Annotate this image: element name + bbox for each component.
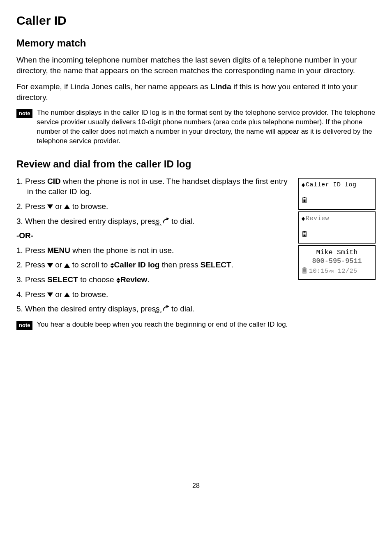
text: 2. Press — [16, 202, 47, 211]
bold-text: CID — [47, 177, 61, 186]
bold-text: SELECT — [47, 275, 78, 284]
section-heading-review-dial: Review and dial from the caller ID log — [16, 158, 376, 171]
page-title: Caller ID — [16, 12, 376, 29]
text: . — [231, 260, 233, 269]
up-arrow-icon — [64, 204, 70, 209]
talk-icon: TALK — [162, 305, 169, 313]
battery-icon — [302, 197, 307, 206]
svg-rect-2 — [304, 199, 306, 200]
text: then press — [159, 260, 200, 269]
text: or — [53, 290, 64, 299]
svg-rect-14 — [304, 272, 306, 272]
battery-icon — [302, 230, 307, 240]
text: or — [53, 202, 64, 211]
bold-text: SELECT — [201, 260, 231, 269]
bold-text: Caller ID log — [114, 260, 160, 269]
text: to dial. — [169, 217, 194, 225]
list-item: 1. Press CID when the phone is not in us… — [16, 176, 291, 197]
text: when the phone is not in use. The handse… — [27, 177, 288, 196]
note-block: note You hear a double beep when you rea… — [16, 320, 291, 330]
svg-rect-6 — [304, 231, 305, 232]
text: to choose — [78, 275, 116, 284]
list-item: 2. Press or to browse. — [16, 201, 291, 212]
lcd-caller-name: Mike Smith — [302, 248, 372, 258]
text: 2. Press — [16, 260, 47, 269]
svg-rect-4 — [304, 201, 306, 202]
list-item: 3. Press SELECT to choose Review. — [16, 274, 291, 285]
lcd-date: 12/25 — [338, 268, 357, 275]
text: or — [53, 260, 64, 269]
instruction-list-b: 1. Press MENU when the phone is not in u… — [16, 245, 291, 314]
note-text: You hear a double beep when you reach th… — [37, 320, 288, 330]
text: For example, if Linda Jones calls, her n… — [16, 82, 210, 91]
talk-icon: TALK — [162, 218, 169, 226]
up-down-icon — [302, 183, 305, 187]
text: to scroll to — [70, 260, 110, 269]
lcd-text: Caller ID log — [306, 181, 357, 189]
text: 3. When the desired entry displays, pres… — [16, 217, 162, 225]
lcd-text: Review — [306, 215, 329, 223]
instruction-list-a: 1. Press CID when the phone is not in us… — [16, 176, 291, 227]
svg-rect-13 — [304, 270, 306, 271]
lcd-screen-caller-id-log: Caller ID log — [298, 178, 376, 210]
text: 1. Press — [16, 246, 47, 255]
text: when the phone is not in use. — [70, 246, 174, 255]
text: to browse. — [70, 202, 108, 211]
list-item: 2. Press or to scroll to Caller ID log t… — [16, 260, 291, 270]
up-down-icon — [302, 217, 305, 221]
svg-rect-8 — [304, 234, 306, 234]
list-item: 5. When the desired entry displays, pres… — [16, 304, 291, 314]
lcd-ampm: PM — [329, 269, 334, 274]
svg-rect-12 — [304, 269, 306, 270]
battery-icon — [302, 267, 307, 276]
text: to browse. — [70, 290, 108, 299]
bold-text: MENU — [47, 246, 70, 255]
bold-text: Review — [120, 275, 147, 284]
note-badge: note — [16, 109, 32, 118]
text: 4. Press — [16, 290, 47, 299]
up-arrow-icon — [64, 292, 70, 297]
up-arrow-icon — [64, 263, 70, 268]
lcd-screen-entry: Mike Smith 800-595-9511 10:15PM 12/25 — [298, 245, 376, 280]
down-arrow-icon — [47, 263, 53, 268]
note-block: note The number displays in the caller I… — [16, 108, 376, 146]
text: 3. Press — [16, 275, 47, 284]
paragraph: When the incoming telephone number match… — [16, 55, 376, 76]
or-separator: -OR- — [16, 230, 291, 241]
svg-rect-9 — [304, 235, 306, 236]
text: to dial. — [169, 304, 194, 313]
lcd-time: 10:15 — [309, 268, 329, 275]
up-down-icon — [110, 263, 114, 268]
svg-rect-1 — [304, 197, 305, 198]
text: 1. Press — [16, 177, 47, 186]
note-text: The number displays in the caller ID log… — [37, 108, 376, 146]
svg-rect-7 — [304, 232, 306, 233]
up-down-icon — [116, 278, 120, 283]
down-arrow-icon — [47, 292, 53, 297]
list-item: 1. Press MENU when the phone is not in u… — [16, 245, 291, 256]
svg-rect-3 — [304, 200, 306, 201]
lcd-screen-review: Review — [298, 211, 376, 244]
paragraph: For example, if Linda Jones calls, her n… — [16, 81, 376, 102]
list-item: 4. Press or to browse. — [16, 289, 291, 300]
page-number: 28 — [16, 481, 376, 490]
section-heading-memory-match: Memory match — [16, 37, 376, 50]
list-item: 3. When the desired entry displays, pres… — [16, 216, 291, 227]
lcd-caller-number: 800-595-9511 — [302, 257, 372, 266]
down-arrow-icon — [47, 204, 53, 209]
note-badge: note — [16, 321, 32, 330]
bold-text: Linda — [210, 82, 231, 91]
svg-rect-11 — [304, 267, 305, 268]
text: . — [147, 275, 149, 284]
text: 5. When the desired entry displays, pres… — [16, 304, 162, 313]
